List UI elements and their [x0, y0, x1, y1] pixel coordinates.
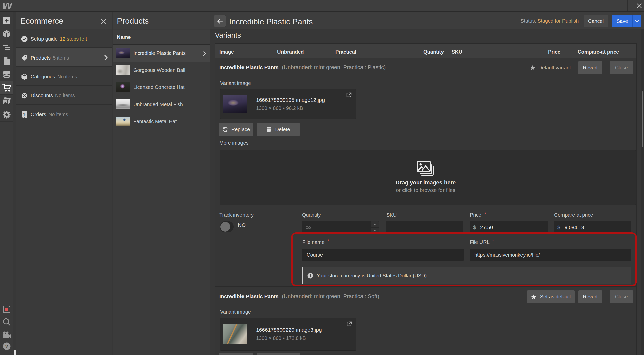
- svg-text:$: $: [23, 112, 26, 116]
- svg-text:?: ?: [5, 343, 8, 349]
